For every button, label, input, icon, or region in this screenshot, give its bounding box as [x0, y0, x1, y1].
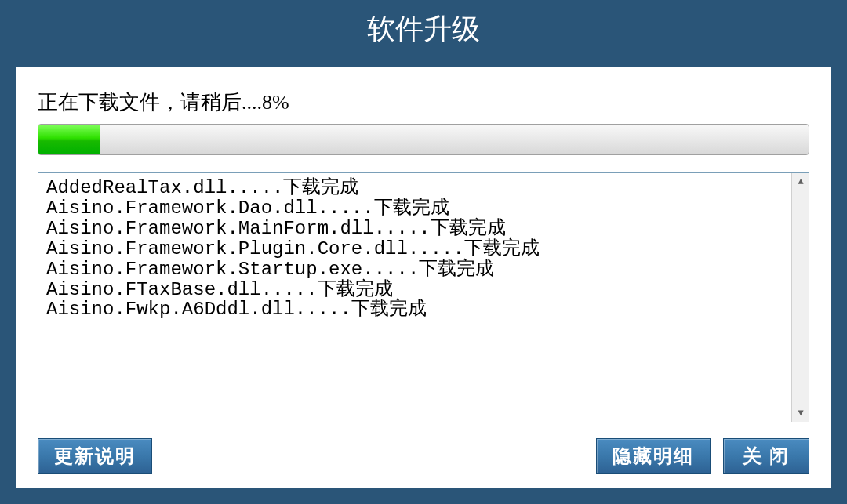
titlebar: 软件升级	[0, 0, 847, 59]
hide-details-button[interactable]: 隐藏明细	[596, 438, 711, 474]
window-title: 软件升级	[367, 10, 480, 49]
scrollbar[interactable]: ▲ ▼	[791, 173, 809, 422]
progress-fill	[38, 125, 100, 154]
button-row: 更新说明 隐藏明细 关 闭	[38, 438, 809, 474]
update-info-button[interactable]: 更新说明	[38, 438, 152, 474]
scroll-up-icon[interactable]: ▲	[792, 173, 809, 190]
upgrade-window: 软件升级 正在下载文件，请稍后....8% AddedRealTax.dll..…	[0, 0, 847, 504]
download-status: 正在下载文件，请稍后....8%	[38, 89, 809, 116]
progress-bar	[38, 124, 809, 155]
log-area[interactable]: AddedRealTax.dll.....下载完成 Aisino.Framewo…	[38, 172, 809, 422]
status-percent: 8%	[262, 91, 289, 114]
status-prefix: 正在下载文件，请稍后....	[38, 91, 262, 114]
log-lines: AddedRealTax.dll.....下载完成 Aisino.Framewo…	[46, 178, 801, 320]
close-button[interactable]: 关 闭	[723, 438, 809, 474]
content-area: 正在下载文件，请稍后....8% AddedRealTax.dll.....下载…	[16, 67, 831, 488]
right-buttons: 隐藏明细 关 闭	[596, 438, 809, 474]
scroll-down-icon[interactable]: ▼	[792, 404, 809, 422]
